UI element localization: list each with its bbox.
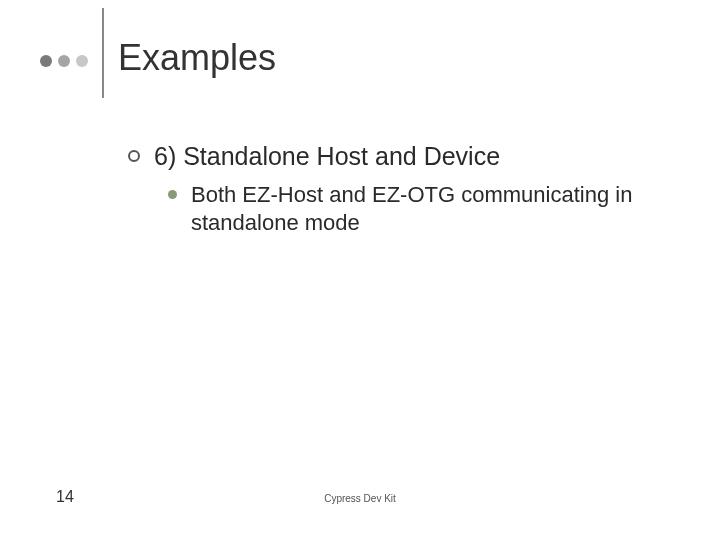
vertical-divider	[102, 8, 104, 98]
dot-icon	[76, 55, 88, 67]
level1-text: 6) Standalone Host and Device	[154, 142, 500, 171]
slide-container: Examples 6) Standalone Host and Device B…	[0, 0, 720, 540]
dot-icon	[58, 55, 70, 67]
slide-title: Examples	[118, 37, 276, 79]
footer-text: Cypress Dev Kit	[0, 493, 720, 504]
list-item: Both EZ-Host and EZ-OTG communicating in…	[168, 181, 680, 236]
dot-icon	[40, 55, 52, 67]
slide-header: Examples	[40, 24, 276, 98]
disc-bullet-icon	[168, 190, 177, 199]
ring-bullet-icon	[128, 150, 140, 162]
decorative-dots	[40, 55, 88, 67]
level2-text: Both EZ-Host and EZ-OTG communicating in…	[191, 181, 651, 236]
list-item: 6) Standalone Host and Device	[128, 142, 680, 171]
slide-body: 6) Standalone Host and Device Both EZ-Ho…	[128, 142, 680, 236]
